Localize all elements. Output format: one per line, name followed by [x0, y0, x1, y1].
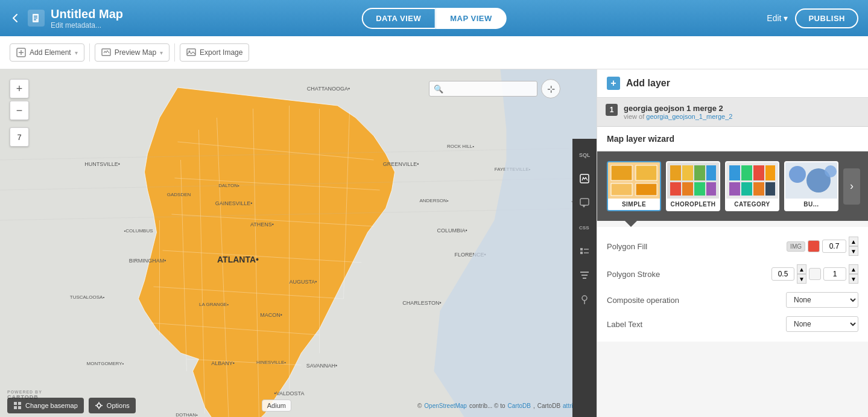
map-view-btn[interactable]: MAP VIEW: [436, 8, 507, 29]
bubble-style-preview: [785, 162, 837, 199]
svg-text:•COLUMBUS: •COLUMBUS: [124, 228, 153, 234]
svg-text:ROCK HILL•: ROCK HILL•: [447, 144, 474, 149]
polygon-fill-row: Polygon Fill IMG 0.7 ▲ ▼: [607, 237, 858, 256]
style-next-button[interactable]: ›: [843, 168, 860, 205]
stroke-opacity-up[interactable]: ▲: [849, 264, 858, 274]
top-bar-left: Untitled Map Edit metadata...: [10, 7, 123, 30]
simple-style-preview: [608, 162, 660, 199]
style-bubble[interactable]: BU...: [784, 161, 838, 211]
label-text-select[interactable]: None: [786, 316, 858, 332]
markers-tab[interactable]: [574, 288, 595, 310]
add-layer-plus[interactable]: +: [607, 77, 620, 90]
wizard-arrow-container: [597, 221, 868, 227]
polygon-stroke-label: Polygon Stroke: [607, 270, 660, 279]
svg-rect-78: [581, 275, 588, 276]
preview-map-button[interactable]: Preview Map ▾: [95, 43, 169, 62]
style-choropleth[interactable]: CHOROPLETH: [666, 161, 720, 211]
css-tab[interactable]: CSS: [574, 216, 595, 238]
view-toggle: DATA VIEW MAP VIEW: [361, 8, 507, 29]
polygon-fill-color[interactable]: [808, 240, 820, 252]
opacity-up-button[interactable]: ▲: [849, 237, 858, 246]
add-element-button[interactable]: Add Element ▾: [10, 43, 84, 62]
layer-name: georgia geojson 1 merge 2: [624, 104, 860, 113]
svg-rect-83: [636, 165, 657, 180]
polygon-stroke-row: Polygon Stroke ▲ ▼ ▲ ▼: [607, 264, 858, 284]
polygon-stroke-control: ▲ ▼ ▲ ▼: [771, 264, 858, 284]
publish-button[interactable]: PUBLISH: [795, 8, 858, 28]
svg-text:TUSCALOOSA•: TUSCALOOSA•: [70, 294, 105, 300]
stroke-opacity-down[interactable]: ▼: [849, 274, 858, 284]
svg-text:HINESVILLE•: HINESVILLE•: [256, 360, 286, 365]
map-search-input[interactable]: [429, 81, 537, 97]
svg-text:MACON•: MACON•: [260, 312, 282, 318]
chevron-down-icon: ▾: [784, 13, 788, 23]
stroke-width-input[interactable]: [771, 267, 794, 281]
map-svg: ATLANTA• ATHENS• GAINESVILLE• DALTON• GA…: [0, 69, 597, 417]
simple-label: SIMPLE: [608, 199, 660, 210]
toolbar-separator-2: [174, 43, 175, 62]
svg-text:MONTGOMERY•: MONTGOMERY•: [87, 361, 124, 366]
sql-tab[interactable]: SQL: [574, 144, 595, 165]
map-area[interactable]: ATLANTA• ATHENS• GAINESVILLE• DALTON• GA…: [0, 69, 597, 417]
legends-tab[interactable]: [574, 240, 595, 262]
zoom-out-button[interactable]: −: [10, 101, 29, 120]
preview-map-icon: [101, 48, 111, 57]
layer-info: georgia geojson 1 merge 2 view of georgi…: [624, 104, 860, 120]
opacity-down-button[interactable]: ▼: [849, 246, 858, 256]
export-image-button[interactable]: Export Image: [180, 43, 249, 62]
category-label: CATEGORY: [726, 199, 778, 210]
category-style-preview: [726, 162, 778, 199]
back-button[interactable]: [10, 12, 22, 24]
style-simple[interactable]: SIMPLE: [607, 161, 661, 211]
infowindow-icon: [579, 197, 590, 208]
compass-button[interactable]: ⊹: [541, 79, 560, 98]
change-basemap-button[interactable]: Change basemap: [7, 398, 84, 413]
polygon-fill-opacity[interactable]: 0.7: [822, 240, 846, 253]
svg-text:LA GRANGE•: LA GRANGE•: [199, 302, 229, 307]
layer-source: view of georgia_geojson_1_merge_2: [624, 113, 860, 120]
sql-icon: SQL: [579, 151, 590, 158]
svg-text:AUGUSTA•: AUGUSTA•: [290, 279, 317, 285]
infowindow-tab[interactable]: [574, 192, 595, 214]
svg-rect-90: [706, 165, 716, 180]
cartodb-credit-link[interactable]: CartoDB: [508, 403, 531, 409]
top-bar: Untitled Map Edit metadata... DATA VIEW …: [0, 0, 868, 36]
svg-rect-94: [706, 182, 716, 196]
stroke-opacity-input[interactable]: [823, 267, 846, 281]
svg-rect-101: [741, 182, 752, 196]
layer-source-link[interactable]: georgia_geojson_1_merge_2: [646, 113, 732, 120]
label-text-label: Label Text: [607, 320, 642, 329]
style-category[interactable]: CATEGORY: [725, 161, 779, 211]
composite-row: Composite operation None Multiply Screen: [607, 292, 858, 308]
main-area: ATLANTA• ATHENS• GAINESVILLE• DALTON• GA…: [0, 69, 868, 417]
svg-rect-89: [694, 165, 705, 180]
stroke-width-up[interactable]: ▲: [797, 264, 806, 274]
map-doc-icon: [28, 10, 45, 27]
svg-rect-74: [580, 252, 583, 254]
osm-credit-link[interactable]: OpenStreetMap: [424, 403, 467, 409]
stroke-width-down[interactable]: ▼: [797, 274, 806, 284]
svg-text:GAINESVILLE•: GAINESVILLE•: [215, 200, 253, 206]
filters-tab[interactable]: [574, 264, 595, 286]
composite-select[interactable]: None Multiply Screen: [786, 292, 858, 308]
svg-text:CHARLESTON•: CHARLESTON•: [402, 300, 442, 306]
opacity-steppers: ▲ ▼: [849, 237, 858, 256]
map-search: 🔍 ⊹: [429, 79, 560, 98]
zoom-in-button[interactable]: +: [10, 79, 29, 98]
data-view-btn[interactable]: DATA VIEW: [361, 8, 436, 29]
svg-rect-93: [694, 182, 705, 196]
options-icon: [95, 401, 103, 410]
layer-number: 1: [606, 104, 618, 116]
polygon-fill-control: IMG 0.7 ▲ ▼: [787, 237, 858, 256]
svg-rect-3: [34, 19, 36, 21]
edit-button[interactable]: Edit ▾: [767, 13, 788, 23]
add-layer-title: Add layer: [626, 78, 670, 89]
svg-rect-73: [580, 248, 583, 250]
svg-point-63: [97, 404, 101, 407]
stroke-color-swatch[interactable]: [809, 268, 821, 280]
map-bottom: Change basemap Options Adium ©: [0, 394, 597, 417]
style-tab[interactable]: [574, 168, 595, 189]
map-subtitle[interactable]: Edit metadata...: [51, 21, 123, 30]
options-button[interactable]: Options: [89, 398, 136, 413]
svg-rect-88: [682, 165, 693, 180]
